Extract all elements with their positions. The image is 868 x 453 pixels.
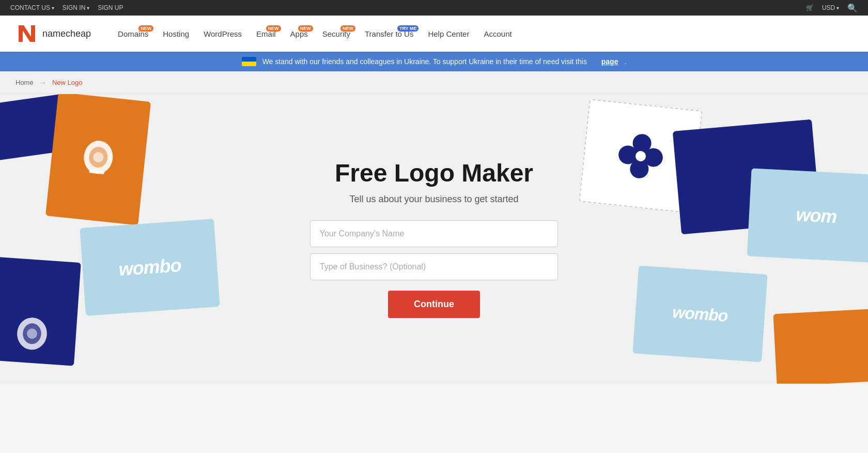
deco-card-wombo: wombo (80, 219, 220, 316)
business-type-input[interactable] (310, 253, 558, 280)
cart-icon[interactable]: 🛒 (806, 4, 814, 11)
svg-point-0 (82, 139, 114, 175)
svg-rect-3 (89, 170, 104, 174)
logo-area[interactable]: namecheap (16, 22, 91, 45)
deco-card-3 (0, 256, 81, 366)
nav-links: NEW Domains Hosting WordPress NEW Email … (112, 25, 853, 42)
deco-card-wombo-2: wombo (632, 265, 767, 362)
deco-card-4 (673, 119, 820, 235)
svg-point-6 (26, 328, 37, 339)
ukraine-banner: We stand with our friends and colleagues… (0, 52, 868, 71)
banner-text: We stand with our friends and colleagues… (262, 57, 587, 66)
apps-badge: NEW (298, 25, 313, 32)
nav-item-wordpress[interactable]: WordPress (197, 25, 248, 42)
continue-button[interactable]: Continue (388, 291, 480, 318)
deco-card-2 (45, 94, 151, 225)
svg-point-1 (88, 146, 109, 169)
nav-item-help[interactable]: Help Center (422, 25, 475, 42)
svg-point-5 (22, 323, 42, 344)
hero-subtitle: Tell us about your business to get start… (310, 194, 558, 205)
search-button[interactable]: 🔍 (847, 3, 858, 13)
sign-in-link[interactable]: SIGN IN (63, 4, 89, 11)
svg-point-4 (16, 316, 48, 351)
nav-item-transfer[interactable]: TRY ME Transfer to Us (359, 25, 420, 42)
breadcrumb-current: New Logo (52, 79, 83, 86)
breadcrumb-separator: → (39, 79, 46, 86)
deco-card-wom: wom (747, 168, 868, 263)
sign-up-link[interactable]: SIGN UP (98, 4, 123, 11)
domains-badge: NEW (138, 25, 153, 32)
hero-content: Free Logo Maker Tell us about your busin… (300, 139, 568, 339)
contact-us-link[interactable]: CONTACT US (10, 4, 54, 11)
email-badge: NEW (266, 25, 281, 32)
svg-point-9 (629, 159, 650, 179)
hero-title: Free Logo Maker (310, 160, 558, 187)
top-bar: CONTACT US SIGN IN SIGN UP 🛒 USD 🔍 (0, 0, 868, 16)
breadcrumb: Home → New Logo (0, 71, 868, 94)
svg-point-10 (617, 145, 638, 165)
svg-point-2 (92, 152, 104, 163)
security-badge: NEW (340, 25, 355, 32)
transfer-badge: TRY ME (397, 25, 419, 32)
banner-link[interactable]: page (601, 57, 618, 66)
nav-item-email[interactable]: NEW Email (250, 25, 282, 42)
logo-text: namecheap (42, 28, 91, 39)
svg-point-13 (627, 143, 655, 170)
svg-point-8 (643, 147, 664, 168)
main-nav: namecheap NEW Domains Hosting WordPress … (0, 16, 868, 52)
nav-item-domains[interactable]: NEW Domains (112, 25, 154, 42)
deco-card-1 (0, 94, 71, 162)
svg-point-12 (635, 150, 646, 162)
svg-point-7 (632, 133, 653, 154)
deco-card-5 (773, 309, 868, 384)
breadcrumb-home[interactable]: Home (16, 79, 34, 86)
namecheap-logo-icon (16, 22, 38, 45)
deco-card-flower (579, 99, 703, 214)
nav-item-security[interactable]: NEW Security (316, 25, 357, 42)
svg-point-11 (630, 146, 651, 167)
nav-item-apps[interactable]: NEW Apps (284, 25, 314, 42)
currency-selector[interactable]: USD (822, 4, 839, 11)
nav-item-hosting[interactable]: Hosting (157, 25, 195, 42)
hero-section: wombo (0, 94, 868, 384)
company-name-input[interactable] (310, 220, 558, 247)
ukraine-flag-icon (242, 57, 256, 66)
nav-item-account[interactable]: Account (477, 25, 518, 42)
